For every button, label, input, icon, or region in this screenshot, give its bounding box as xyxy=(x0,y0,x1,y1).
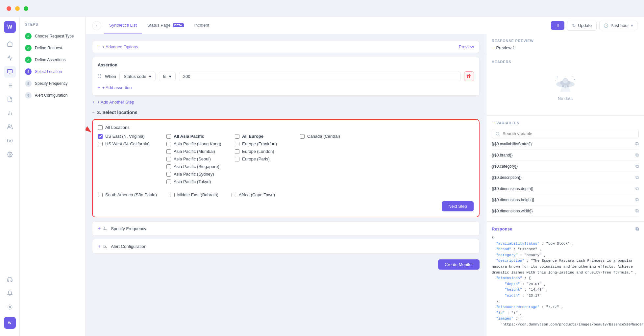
all-europe-checkbox[interactable] xyxy=(235,134,239,139)
us-west-checkbox-label[interactable]: US West (N. California) xyxy=(98,141,164,146)
step-select-location[interactable]: 4 Select Location xyxy=(20,66,85,78)
copy-icon-2[interactable]: ⧉ xyxy=(635,163,639,169)
step-circle-3: ✓ xyxy=(25,57,32,63)
step-label-5: Specify Frequency xyxy=(35,81,67,86)
variables-toggle[interactable]: − xyxy=(492,120,494,126)
us-east-checkbox-label[interactable]: US East (N. Virginia) xyxy=(98,134,164,139)
all-europe-checkbox-label[interactable]: All Europe xyxy=(235,134,297,139)
headers-title: HEADERS xyxy=(492,60,639,64)
me-checkbox[interactable] xyxy=(170,193,175,197)
svg-point-12 xyxy=(8,125,10,127)
specify-frequency-section[interactable]: + 4. Specify Frequency xyxy=(92,221,480,236)
minimize-dot[interactable] xyxy=(15,6,20,11)
step-specify-frequency[interactable]: 5 Specify Frequency xyxy=(20,78,85,89)
asia-singapore-checkbox[interactable] xyxy=(166,164,171,169)
asia-sydney-checkbox[interactable] xyxy=(166,172,171,177)
all-asia-checkbox[interactable] xyxy=(166,134,171,139)
sidebar-icon-home[interactable] xyxy=(4,38,16,50)
europe-frankfurt-checkbox-label[interactable]: Europe (Frankfurt) xyxy=(235,141,297,146)
drag-handle[interactable]: ⠿ xyxy=(98,73,102,80)
asia-tokyo-checkbox-label[interactable]: Asia Pacific (Tokyo) xyxy=(166,179,232,184)
add-another-step-btn[interactable]: + + Add Another Step xyxy=(92,100,480,105)
preview-link[interactable]: Preview xyxy=(459,44,474,49)
preview-dash[interactable]: − xyxy=(492,45,494,50)
sidebar-icon-list[interactable] xyxy=(4,80,16,91)
collapse-sidebar-btn[interactable] xyxy=(92,21,101,30)
asia-sydney-checkbox-label[interactable]: Asia Pacific (Sydney) xyxy=(166,172,232,177)
var-item-availability: {{$0.availabilityStatus}} ⧉ xyxy=(492,138,639,150)
all-locations-checkbox[interactable] xyxy=(98,125,103,130)
europe-frankfurt-checkbox[interactable] xyxy=(235,142,239,146)
copy-icon-4[interactable]: ⧉ xyxy=(635,186,639,191)
step-define-assertions[interactable]: ✓ Define Assertions xyxy=(20,54,85,66)
add-assertion-btn[interactable]: + + Add assertion xyxy=(98,85,474,90)
sidebar-icon-users[interactable] xyxy=(4,121,16,133)
sidebar-icon-monitor[interactable] xyxy=(4,66,16,78)
europe-london-checkbox[interactable] xyxy=(235,149,239,154)
europe-london-checkbox-label[interactable]: Europe (London) xyxy=(235,149,297,154)
close-dot[interactable] xyxy=(7,6,11,11)
sidebar-icon-settings2[interactable] xyxy=(4,301,16,313)
europe-paris-checkbox[interactable] xyxy=(235,157,239,161)
arrow-annotation xyxy=(86,126,94,139)
user-avatar[interactable]: W xyxy=(4,317,16,329)
all-locations-checkbox-label[interactable]: All Locations xyxy=(98,125,474,130)
maximize-dot[interactable] xyxy=(24,6,28,11)
tab-incident[interactable]: Incident xyxy=(189,17,215,34)
copy-icon-3[interactable]: ⧉ xyxy=(635,175,639,180)
copy-icon-0[interactable]: ⧉ xyxy=(635,141,639,147)
step-label-4: Select Location xyxy=(35,69,62,74)
canada-central-checkbox[interactable] xyxy=(300,134,305,139)
pause-button[interactable]: ⏸ xyxy=(551,21,564,30)
create-monitor-btn[interactable]: Create Monitor xyxy=(438,259,480,270)
assertion-value-input[interactable] xyxy=(179,72,461,81)
search-variable-input[interactable] xyxy=(503,131,635,136)
step-define-request[interactable]: ✓ Define Request xyxy=(20,42,85,54)
asia-tokyo-checkbox[interactable] xyxy=(166,180,171,184)
copy-response-icon[interactable]: ⧉ xyxy=(635,226,639,232)
section-collapse-icon[interactable]: − xyxy=(92,110,95,115)
status-code-select[interactable]: Status code ▾ xyxy=(119,72,156,81)
asia-seoul-checkbox[interactable] xyxy=(166,157,171,161)
sa-checkbox[interactable] xyxy=(98,193,103,197)
sidebar-icon-activity[interactable] xyxy=(4,52,16,64)
sidebar-icon-headset[interactable] xyxy=(4,274,16,285)
me-checkbox-label[interactable]: Middle East (Bahrain) xyxy=(170,192,218,197)
delete-assertion-btn[interactable]: 🗑 xyxy=(464,71,474,81)
us-west-checkbox[interactable] xyxy=(98,142,103,146)
tab-synthetics-list[interactable]: Synthetics List xyxy=(104,17,142,34)
copy-icon-1[interactable]: ⧉ xyxy=(635,152,639,158)
update-button[interactable]: ↻ Update xyxy=(567,21,597,31)
plus-icon-assertion: + xyxy=(98,85,100,90)
alert-configuration-section[interactable]: + 5. Alert Configuration xyxy=(92,239,480,253)
sidebar-icon-settings[interactable] xyxy=(4,149,16,160)
us-east-checkbox[interactable] xyxy=(98,134,103,139)
advance-options-link[interactable]: + + Advance Options xyxy=(98,44,138,49)
step-alert-configuration[interactable]: 6 Alert Configuration xyxy=(20,89,85,101)
asia-mumbai-checkbox-label[interactable]: Asia Pacific (Mumbai) xyxy=(166,149,232,154)
step-choose-request[interactable]: ✓ Choose Request Type xyxy=(20,30,85,42)
sidebar-icon-file[interactable] xyxy=(4,93,16,105)
sidebar-icon-integrations[interactable] xyxy=(4,135,16,147)
sa-checkbox-label[interactable]: South America (São Paulo) xyxy=(98,192,157,197)
africa-checkbox[interactable] xyxy=(232,193,236,197)
all-asia-checkbox-label[interactable]: All Asia Pacific xyxy=(166,134,232,139)
asia-singapore-checkbox-label[interactable]: Asia Pacific (Singapore) xyxy=(166,164,232,169)
copy-icon-5[interactable]: ⧉ xyxy=(635,197,639,203)
next-step-button[interactable]: Next Step xyxy=(442,201,474,211)
asia-hk-checkbox-label[interactable]: Asia Pacific (Hong Kong) xyxy=(166,141,232,146)
sidebar-icon-bell[interactable] xyxy=(4,287,16,299)
europe-paris-checkbox-label[interactable]: Europe (Paris) xyxy=(235,156,297,161)
is-select[interactable]: Is ▾ xyxy=(159,72,176,81)
var-item-height: {{$0.dimensions.height}} ⧉ xyxy=(492,194,639,205)
time-range-selector[interactable]: 🕐 Past hour ▾ xyxy=(599,21,637,30)
sidebar-icon-chart[interactable] xyxy=(4,107,16,119)
africa-checkbox-label[interactable]: Africa (Cape Town) xyxy=(232,192,275,197)
copy-icon-6[interactable]: ⧉ xyxy=(635,208,639,214)
canada-central-checkbox-label[interactable]: Canada (Central) xyxy=(300,134,356,139)
tab-status-page[interactable]: Status Page BETA xyxy=(142,17,189,34)
asia-mumbai-checkbox[interactable] xyxy=(166,149,171,154)
asia-seoul-checkbox-label[interactable]: Asia Pacific (Seoul) xyxy=(166,156,232,161)
asia-hk-checkbox[interactable] xyxy=(166,142,171,146)
search-variable-field[interactable] xyxy=(492,129,639,138)
